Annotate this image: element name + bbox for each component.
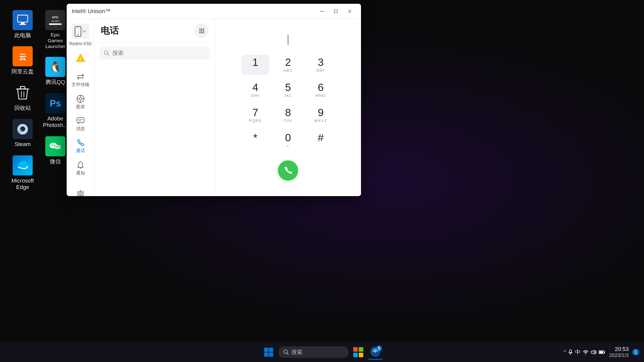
desktop-icon-this-pc[interactable]: 此电脑 [10, 10, 35, 39]
svg-text:EPIC: EPIC [52, 16, 59, 19]
desktop-icon-epic[interactable]: EPIC GAMES Epic Games Launcher [43, 10, 68, 49]
taskbar-right: ^ 中 [564, 346, 639, 358]
key-star-num: * [253, 132, 257, 143]
search-bar [99, 47, 210, 59]
phone-panel: 电话 [94, 19, 215, 196]
ps-icon: Ps [45, 93, 65, 113]
taskbar-unison[interactable]: 5 [368, 345, 383, 360]
key-7-num: 7 [252, 107, 258, 118]
key-6-sub: MNO [316, 93, 326, 98]
gallery-icon [76, 95, 85, 103]
key-5-num: 5 [285, 82, 291, 93]
dial-key-7[interactable]: 7 PQRS [242, 105, 269, 125]
svg-point-55 [199, 30, 200, 31]
microphone-tray-icon[interactable] [568, 349, 573, 355]
sidebar-item-settings[interactable]: 设置 [67, 187, 94, 196]
dial-key-star[interactable]: * [242, 130, 269, 150]
desktop-icon-wechat[interactable]: 微信 [43, 136, 68, 165]
desktop-icon-steam[interactable]: Steam [10, 119, 35, 148]
key-7-sub: PQRS [249, 118, 262, 123]
steam-icon [13, 119, 33, 139]
svg-marker-77 [591, 350, 594, 354]
desktop-icon-ps[interactable]: Ps Adobe Photosh... [43, 93, 68, 129]
desktop-icon-alibaba[interactable]: 云 阿里云盘 [10, 46, 35, 75]
svg-point-59 [201, 32, 202, 33]
close-button[interactable] [343, 6, 356, 16]
unison-badge: 5 [376, 346, 382, 351]
taskbar-search[interactable]: 搜索 [278, 346, 349, 358]
key-0-sub: + [287, 144, 290, 148]
svg-rect-80 [604, 351, 605, 353]
wifi-icon[interactable] [583, 349, 589, 355]
content-area: 电话 [94, 19, 361, 196]
svg-point-52 [199, 28, 200, 30]
dial-key-0[interactable]: 0 + [274, 130, 302, 150]
key-4-sub: GHI [251, 93, 260, 98]
dial-key-hash[interactable]: # [307, 130, 335, 150]
maximize-button[interactable] [330, 6, 342, 16]
epic-label: Epic Games Launcher [43, 32, 68, 49]
dial-key-6[interactable]: 6 MNO [307, 80, 335, 100]
windows-logo-icon [264, 347, 274, 357]
svg-rect-63 [264, 348, 268, 352]
notification-icon [77, 161, 84, 169]
microsoft-store-icon [353, 347, 364, 358]
sidebar: Redmi K50 ! [67, 19, 94, 196]
clock-date: 2023/1/3 [609, 352, 629, 358]
taskbar-microsoft-store[interactable] [351, 345, 366, 360]
sidebar-item-phone[interactable]: 通话 [67, 136, 94, 157]
dial-input [240, 35, 336, 45]
sidebar-item-notification[interactable]: 通知 [67, 158, 94, 179]
system-tray: ^ 中 [564, 348, 605, 356]
svg-point-58 [199, 32, 200, 33]
window-titlebar: Intel® Unison™ [67, 4, 361, 19]
window-title: Intel® Unison™ [72, 8, 110, 15]
this-pc-icon [13, 10, 33, 30]
device-selector[interactable]: Redmi K50 [69, 24, 92, 47]
svg-rect-75 [570, 350, 572, 353]
dial-key-9[interactable]: 9 WXYZ [307, 105, 335, 125]
sidebar-item-file-transfer[interactable]: 文件传输 [67, 70, 94, 90]
key-star-sub [255, 144, 256, 148]
dial-key-5[interactable]: 5 JKL [274, 80, 302, 100]
battery-icon[interactable] [599, 350, 605, 355]
file-transfer-icon [76, 73, 85, 80]
desktop-icon-edge[interactable]: Microsoft Edge [10, 155, 35, 191]
key-2-sub: ABC [284, 68, 293, 72]
desktop-icon-recycle[interactable]: 回收站 [10, 83, 35, 111]
dial-key-3[interactable]: 3 DEF [307, 55, 335, 75]
sidebar-item-gallery[interactable]: 图库 [67, 92, 94, 113]
grid-view-button[interactable] [195, 24, 209, 38]
key-4-num: 4 [252, 82, 258, 93]
phone-search-input[interactable] [112, 50, 205, 56]
notification-center-button[interactable]: 1 [632, 349, 639, 355]
desktop-icon-qq[interactable]: 🐧 腾讯QQ [43, 57, 68, 85]
call-button[interactable] [278, 160, 298, 180]
ime-icon[interactable]: 中 [575, 348, 581, 356]
gallery-label: 图库 [76, 104, 85, 110]
start-button[interactable] [261, 345, 276, 360]
search-icon [104, 50, 109, 56]
key-0-num: 0 [285, 132, 291, 143]
clock[interactable]: 20:53 2023/1/3 [609, 346, 629, 358]
key-6-num: 6 [318, 82, 324, 93]
dial-key-8[interactable]: 8 TUV [274, 105, 302, 125]
file-transfer-label: 文件传输 [71, 81, 90, 87]
svg-rect-72 [359, 353, 363, 357]
svg-rect-71 [353, 353, 358, 357]
svg-point-48 [79, 193, 82, 195]
sidebar-item-messages[interactable]: 消息 [67, 114, 94, 135]
edge-icon [13, 155, 33, 175]
svg-point-44 [79, 98, 82, 100]
dial-key-1[interactable]: 1 [242, 55, 269, 75]
svg-rect-65 [264, 352, 268, 357]
tray-expand-button[interactable]: ^ [564, 349, 566, 355]
dial-key-2[interactable]: 2 ABC [274, 55, 302, 75]
dial-key-4[interactable]: 4 GHI [242, 80, 269, 100]
svg-rect-35 [334, 10, 337, 13]
svg-line-62 [107, 54, 109, 55]
warning-item[interactable]: ! [70, 53, 91, 62]
minimize-button[interactable] [316, 6, 328, 16]
volume-icon[interactable] [591, 349, 597, 355]
qq-icon: 🐧 [45, 57, 65, 77]
